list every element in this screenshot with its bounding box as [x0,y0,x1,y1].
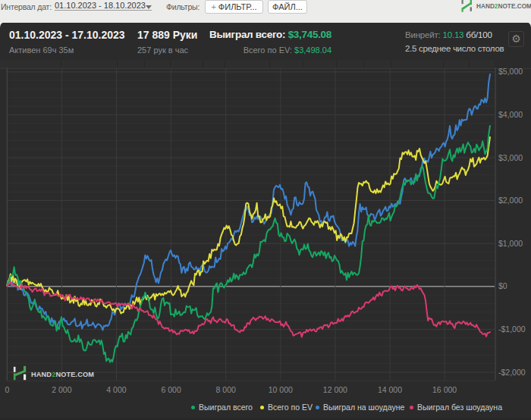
svg-text:4 000: 4 000 [106,385,126,394]
svg-text:HAND2NOTE.COM: HAND2NOTE.COM [31,371,94,378]
svg-text:0: 0 [5,385,9,394]
svg-text:-$1,000: -$1,000 [498,324,526,334]
svg-text:10 000: 10 000 [269,385,293,394]
svg-text:$4,000: $4,000 [498,110,523,119]
svg-text:14 000: 14 000 [378,385,402,394]
svg-text:8 000: 8 000 [216,385,236,394]
svg-text:$1,000: $1,000 [498,239,523,248]
svg-text:$2,000: $2,000 [498,196,523,205]
svg-text:2 000: 2 000 [52,385,71,394]
svg-text:-$2,000: -$2,000 [498,368,526,377]
svg-text:$0: $0 [498,281,507,290]
svg-text:16 000: 16 000 [432,385,457,394]
svg-text:12 000: 12 000 [323,385,347,394]
svg-text:6 000: 6 000 [161,385,181,394]
svg-text:$5,000: $5,000 [498,67,523,76]
svg-text:$3,000: $3,000 [498,153,523,162]
svg-text:HAND2NOTE.COM: HAND2NOTE.COM [476,3,531,10]
